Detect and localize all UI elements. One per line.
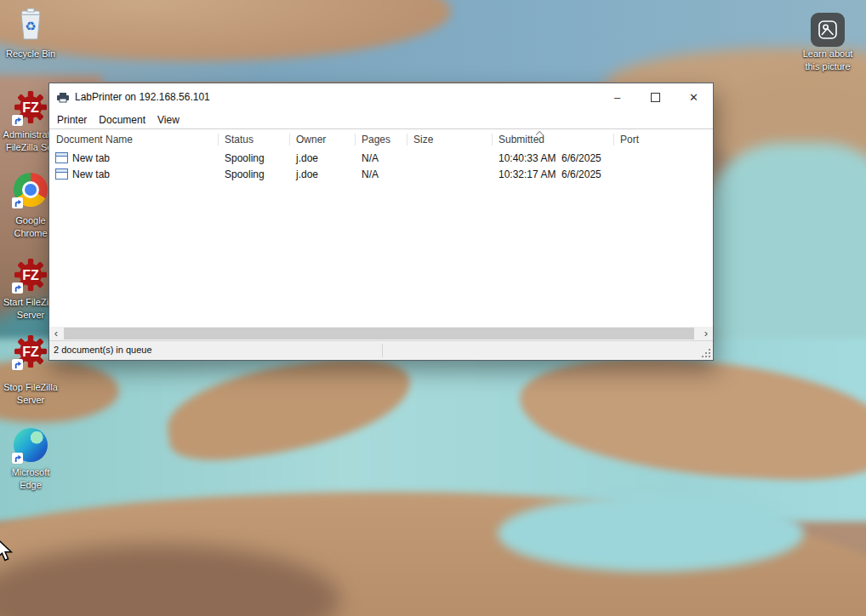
scroll-right-arrow[interactable]: ›: [699, 327, 713, 340]
desktop-icon-microsoft-edge[interactable]: [14, 428, 48, 462]
job-status: Spooling: [219, 152, 290, 164]
column-header-owner[interactable]: Owner: [290, 129, 356, 150]
desktop-icon-start-filezilla-server[interactable]: FZ: [14, 258, 48, 292]
print-job-row[interactable]: New tab Spooling j.doe N/A 10:40:33 AM 6…: [49, 150, 713, 166]
desktop: ♻ Recycle Bin FZ: [0, 0, 866, 616]
status-bar-divider: [382, 344, 383, 357]
shortcut-arrow-icon: [12, 453, 23, 464]
maximize-button[interactable]: [636, 83, 675, 111]
column-header-size[interactable]: Size: [407, 129, 493, 150]
learn-about-picture-button[interactable]: [811, 13, 845, 47]
svg-text:♻: ♻: [25, 19, 36, 33]
desktop-icon-label: Microsoft Edge: [0, 466, 82, 492]
job-pages: N/A: [356, 168, 407, 180]
document-icon: [55, 168, 68, 180]
print-job-list: Document Name Status Owner Pages Size Su…: [49, 128, 713, 327]
maximize-icon: [651, 93, 660, 102]
column-header-port[interactable]: Port: [614, 129, 713, 150]
window-titlebar[interactable]: LabPrinter on 192.168.56.101 – ✕: [49, 83, 713, 111]
mouse-cursor: [0, 538, 14, 563]
column-header-status[interactable]: Status: [219, 129, 290, 150]
queue-status-text: 2 document(s) in queue: [49, 345, 152, 355]
desktop-icon-administrator-filezilla[interactable]: FZ: [14, 90, 48, 124]
shortcut-arrow-icon: [12, 115, 23, 126]
svg-text:FZ: FZ: [22, 100, 39, 115]
window-title: LabPrinter on 192.168.56.101: [75, 91, 210, 103]
scrollbar-thumb[interactable]: [64, 328, 694, 339]
svg-text:FZ: FZ: [22, 345, 39, 359]
desktop-icon-recycle-bin[interactable]: ♻: [14, 7, 48, 41]
recycle-bin-icon: ♻: [14, 7, 48, 43]
job-status: Spooling: [219, 168, 290, 180]
printer-queue-window: LabPrinter on 192.168.56.101 – ✕ Printer…: [48, 83, 714, 361]
window-controls: – ✕: [598, 83, 713, 111]
job-submitted: 10:40:33 AM 6/6/2025: [493, 152, 614, 164]
horizontal-scrollbar[interactable]: ‹ ›: [49, 327, 713, 340]
desktop-icon-stop-filezilla-server[interactable]: FZ: [14, 334, 48, 368]
job-owner: j.doe: [290, 152, 356, 164]
desktop-icon-label: Stop FileZilla Server: [0, 381, 82, 407]
printer-icon: [56, 92, 70, 103]
menu-printer[interactable]: Printer: [51, 114, 93, 126]
menu-view[interactable]: View: [151, 114, 185, 126]
shortcut-arrow-icon: [12, 197, 23, 208]
shortcut-arrow-icon: [12, 282, 23, 294]
close-button[interactable]: ✕: [675, 83, 713, 111]
status-bar: 2 document(s) in queue: [49, 340, 713, 360]
desktop-icon-google-chrome[interactable]: [14, 173, 48, 207]
job-owner: j.doe: [290, 168, 356, 180]
minimize-button[interactable]: –: [598, 83, 636, 111]
column-header-submitted[interactable]: Submitted: [493, 129, 614, 150]
document-name: New tab: [72, 168, 110, 180]
document-name: New tab: [72, 152, 110, 164]
shortcut-arrow-icon: [12, 359, 23, 370]
desktop-icon-label: Recycle Bin: [0, 48, 82, 60]
svg-text:FZ: FZ: [22, 268, 39, 282]
photo-icon: [818, 20, 838, 40]
resize-grip[interactable]: [702, 349, 711, 358]
menu-document[interactable]: Document: [93, 114, 151, 126]
job-pages: N/A: [356, 152, 407, 164]
document-icon: [55, 152, 68, 163]
column-header-document-name[interactable]: Document Name: [49, 129, 219, 150]
menu-bar: Printer Document View: [49, 111, 713, 128]
job-submitted: 10:32:17 AM 6/6/2025: [493, 168, 614, 180]
print-job-row[interactable]: New tab Spooling j.doe N/A 10:32:17 AM 6…: [49, 166, 713, 182]
column-header-row: Document Name Status Owner Pages Size Su…: [49, 129, 713, 150]
column-header-pages[interactable]: Pages: [356, 129, 407, 150]
scroll-left-arrow[interactable]: ‹: [49, 327, 63, 340]
wallpaper-water-shape: [498, 495, 804, 572]
learn-about-picture-label: Learn about this picture: [777, 48, 866, 73]
